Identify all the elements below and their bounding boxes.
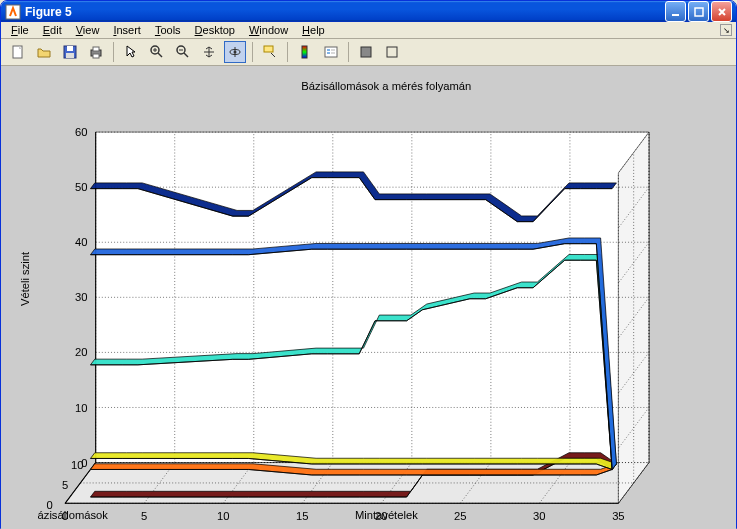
new-button[interactable]	[7, 41, 29, 63]
menu-help[interactable]: Help	[296, 22, 331, 38]
svg-text:10: 10	[71, 459, 83, 471]
svg-text:25: 25	[454, 510, 466, 522]
menu-edit[interactable]: Edit	[37, 22, 68, 38]
svg-rect-8	[93, 47, 99, 51]
open-button[interactable]	[33, 41, 55, 63]
hide-tools-button[interactable]	[355, 41, 377, 63]
pan-button[interactable]	[198, 41, 220, 63]
svg-rect-5	[67, 46, 73, 51]
menu-insert[interactable]: Insert	[107, 22, 147, 38]
menu-window[interactable]: Window	[243, 22, 294, 38]
svg-text:20: 20	[75, 346, 87, 358]
svg-text:ázisállomások: ázisállomások	[38, 509, 109, 521]
separator	[252, 42, 253, 62]
svg-rect-17	[361, 47, 371, 57]
svg-text:60: 60	[75, 126, 87, 138]
svg-text:30: 30	[533, 510, 545, 522]
dock-icon[interactable]: ↘	[720, 24, 732, 36]
svg-rect-2	[695, 8, 703, 16]
legend-button[interactable]	[320, 41, 342, 63]
maximize-button[interactable]	[688, 1, 709, 22]
svg-rect-1	[672, 14, 679, 16]
axes-3d[interactable]: 0102030405060051015202530350510Bázisállo…	[9, 74, 728, 525]
figure-window: Figure 5 File Edit View Insert Tools Des…	[0, 0, 737, 529]
pointer-button[interactable]	[120, 41, 142, 63]
close-button[interactable]	[711, 1, 732, 22]
svg-text:5: 5	[141, 510, 147, 522]
show-tools-button[interactable]	[381, 41, 403, 63]
minimize-button[interactable]	[665, 1, 686, 22]
separator	[348, 42, 349, 62]
titlebar[interactable]: Figure 5	[1, 1, 736, 22]
svg-text:30: 30	[75, 291, 87, 303]
separator	[113, 42, 114, 62]
menubar: File Edit View Insert Tools Desktop Wind…	[1, 22, 736, 39]
svg-rect-15	[302, 46, 307, 58]
svg-text:50: 50	[75, 181, 87, 193]
svg-rect-14	[264, 46, 273, 52]
separator	[287, 42, 288, 62]
zoom-out-button[interactable]	[172, 41, 194, 63]
rotate3d-button[interactable]	[224, 41, 246, 63]
svg-text:10: 10	[217, 510, 229, 522]
datacursor-button[interactable]	[259, 41, 281, 63]
svg-text:10: 10	[75, 402, 87, 414]
menu-tools[interactable]: Tools	[149, 22, 187, 38]
svg-rect-9	[93, 54, 99, 58]
toolbar	[1, 39, 736, 66]
window-title: Figure 5	[25, 5, 665, 19]
menu-file[interactable]: File	[5, 22, 35, 38]
menu-view[interactable]: View	[70, 22, 106, 38]
menu-desktop[interactable]: Desktop	[189, 22, 241, 38]
svg-rect-6	[66, 53, 74, 58]
save-button[interactable]	[59, 41, 81, 63]
svg-text:35: 35	[612, 510, 624, 522]
svg-text:15: 15	[296, 510, 308, 522]
print-button[interactable]	[85, 41, 107, 63]
svg-rect-18	[387, 47, 397, 57]
svg-text:Mintavételek: Mintavételek	[355, 509, 418, 521]
matlab-icon	[5, 4, 21, 20]
svg-text:40: 40	[75, 236, 87, 248]
zoom-in-button[interactable]	[146, 41, 168, 63]
colorbar-button[interactable]	[294, 41, 316, 63]
svg-text:Vételi szint: Vételi szint	[19, 251, 31, 306]
window-controls	[665, 1, 732, 22]
svg-text:5: 5	[62, 479, 68, 491]
figure-area[interactable]: 0102030405060051015202530350510Bázisállo…	[1, 66, 736, 529]
svg-point-13	[234, 51, 237, 54]
svg-text:Bázisállomások a mérés folyamá: Bázisállomások a mérés folyamán	[301, 80, 471, 92]
svg-rect-16	[325, 47, 337, 57]
